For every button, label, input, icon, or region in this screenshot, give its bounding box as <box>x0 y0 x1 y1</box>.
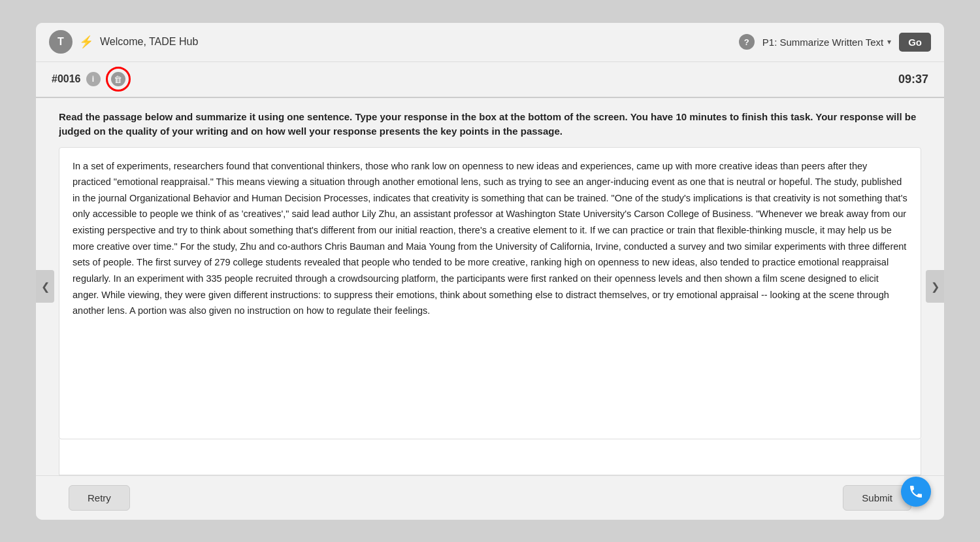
instruction-text: Read the passage below and summarize it … <box>59 98 921 147</box>
passage-text: In a set of experiments, researchers fou… <box>59 147 921 439</box>
trash-icon: 🗑 <box>111 72 125 86</box>
content-area: ❮ ❯ <box>36 98 944 475</box>
response-textarea[interactable] <box>59 439 921 475</box>
chevron-down-icon: ▾ <box>887 37 891 46</box>
footer: Retry Submit <box>36 475 944 520</box>
avatar: T <box>49 30 73 54</box>
phone-icon <box>908 484 924 500</box>
right-nav-arrow[interactable]: ❯ <box>926 270 944 303</box>
right-arrow-icon: ❯ <box>931 280 939 293</box>
help-icon[interactable]: ? <box>739 34 755 50</box>
welcome-text: Welcome, TADE Hub <box>100 36 198 48</box>
timer: 09:37 <box>898 73 928 86</box>
header-right: ? P1: Summarize Written Text ▾ Go <box>739 33 931 52</box>
lightning-icon: ⚡ <box>79 35 93 49</box>
task-label: P1: Summarize Written Text <box>762 37 883 48</box>
left-arrow-icon: ❮ <box>41 280 50 293</box>
header-left: T ⚡ Welcome, TADE Hub <box>49 30 198 54</box>
go-button[interactable]: Go <box>899 33 931 52</box>
question-number: #0016 <box>52 73 81 85</box>
question-bar: #0016 i 🗑 09:37 <box>36 62 944 98</box>
response-input-area[interactable] <box>59 439 921 475</box>
retry-button[interactable]: Retry <box>69 485 130 511</box>
content-wrapper: Read the passage below and summarize it … <box>59 98 921 475</box>
left-nav-arrow[interactable]: ❮ <box>36 270 54 303</box>
task-selector[interactable]: P1: Summarize Written Text ▾ <box>762 37 891 48</box>
phone-button[interactable] <box>901 477 931 507</box>
question-left: #0016 i 🗑 <box>52 67 131 92</box>
header: T ⚡ Welcome, TADE Hub ? P1: Summarize Wr… <box>36 23 944 62</box>
info-icon[interactable]: i <box>86 72 101 86</box>
trash-circle-button[interactable]: 🗑 <box>106 67 131 92</box>
